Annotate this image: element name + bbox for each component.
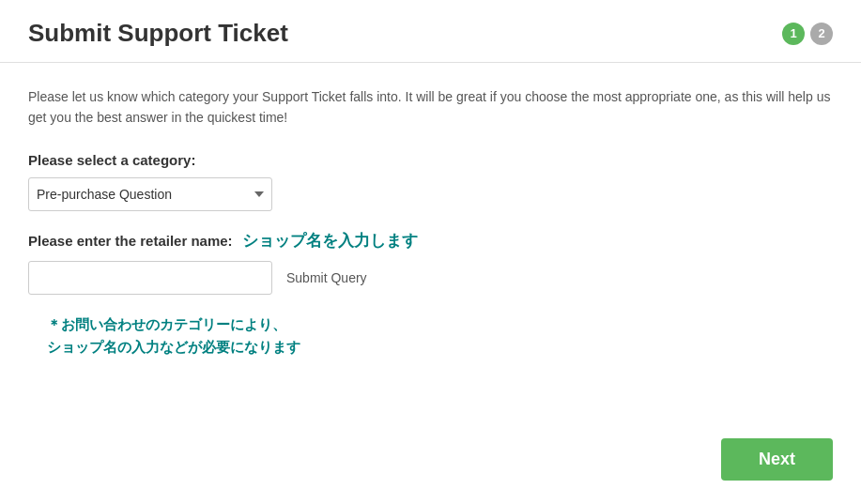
category-field-group: Please select a category: Pre-purchase Q… — [28, 152, 833, 211]
step-1-indicator: 1 — [782, 23, 805, 45]
retailer-input-row: Submit Query — [28, 261, 833, 295]
retailer-input[interactable] — [28, 261, 272, 295]
retailer-label: Please enter the retailer name: — [28, 233, 233, 249]
category-select[interactable]: Pre-purchase Question Technical Support … — [28, 177, 272, 211]
note-text: ＊お問い合わせのカテゴリーにより、ショップ名の入力などが必要になります — [47, 313, 833, 359]
step-2-indicator: 2 — [810, 23, 833, 45]
intro-text: Please let us know which category your S… — [28, 86, 833, 129]
content-section: Please let us know which category your S… — [0, 63, 861, 377]
retailer-field-group: Please enter the retailer name: ショップ名を入力… — [28, 230, 833, 295]
retailer-hint: ショップ名を入力します — [242, 230, 418, 252]
page-title: Submit Support Ticket — [28, 19, 288, 48]
submit-query-label: Submit Query — [286, 270, 367, 285]
footer-section: Next — [0, 424, 861, 495]
header-section: Submit Support Ticket 1 2 — [0, 0, 861, 63]
category-label: Please select a category: — [28, 152, 833, 168]
retailer-label-row: Please enter the retailer name: ショップ名を入力… — [28, 230, 833, 252]
page-container: Submit Support Ticket 1 2 Please let us … — [0, 0, 861, 504]
step-indicators: 1 2 — [782, 23, 833, 45]
next-button[interactable]: Next — [721, 438, 833, 481]
